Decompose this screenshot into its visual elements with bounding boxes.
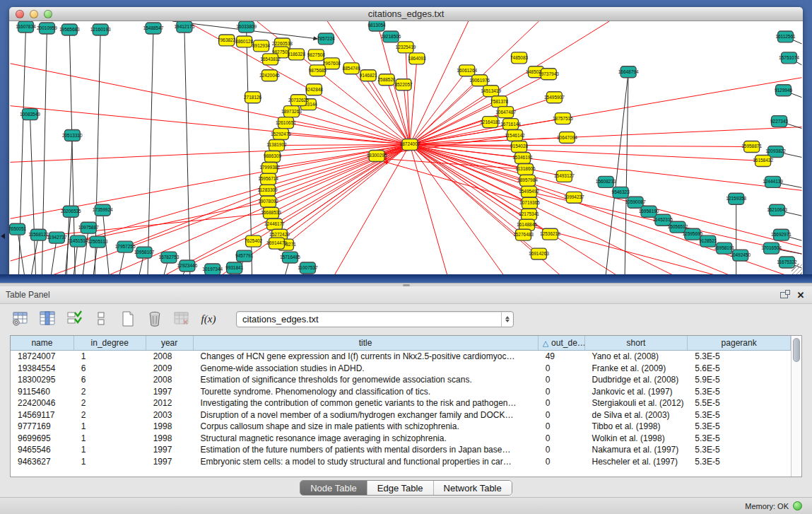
table-row[interactable]: 946554611997Estimation of the future num… (11, 444, 791, 456)
graph-edge[interactable] (66, 136, 72, 275)
graph-node[interactable]: 15495907 (544, 92, 565, 103)
graph-node[interactable]: 15488547 (143, 23, 164, 34)
graph-edge[interactable] (270, 145, 410, 168)
graph-node[interactable]: 11381902 (266, 140, 287, 151)
graph-node[interactable]: 11283309 (257, 185, 278, 196)
graph-edge[interactable] (109, 145, 410, 275)
graph-node[interactable]: 20010959 (37, 23, 57, 34)
graph-edge[interactable] (625, 72, 628, 275)
graph-node[interactable]: 16158432 (753, 155, 773, 166)
graph-node[interactable]: 10994237 (564, 192, 584, 203)
graph-node[interactable]: 8860128 (235, 36, 254, 47)
graph-node[interactable]: 9886309 (264, 151, 282, 162)
graph-node[interactable]: 12610651 (276, 117, 296, 129)
graph-edge[interactable] (275, 145, 410, 225)
graph-node[interactable]: 19412175 (174, 21, 194, 33)
graph-node[interactable]: 15751074 (779, 52, 799, 64)
graph-edge[interactable] (11, 145, 410, 163)
graph-node[interactable]: 15346191 (512, 152, 533, 163)
graph-node[interactable]: 10197344 (202, 264, 223, 275)
graph-edge[interactable] (410, 145, 786, 275)
graph-edge[interactable] (606, 72, 628, 275)
graph-node[interactable]: 15956714 (258, 173, 278, 185)
network-graph[interactable]: 1160783420010959195656831216019315488547… (9, 21, 803, 275)
minimize-button[interactable] (30, 10, 38, 18)
graph-node[interactable]: 9154028 (510, 141, 529, 153)
graph-node[interactable]: 9457791 (235, 250, 254, 262)
graph-node[interactable]: 17999382 (259, 162, 280, 173)
graph-node[interactable]: 10492450 (730, 250, 751, 261)
graph-node[interactable]: 16033809 (236, 21, 257, 33)
table-vertical-scrollbar[interactable] (791, 336, 801, 477)
select-rows-button[interactable] (65, 310, 83, 328)
graph-node[interactable]: 11451514 (68, 235, 88, 247)
graph-node[interactable]: 7485083 (510, 52, 529, 64)
graph-node[interactable]: 20206535 (61, 206, 81, 217)
delete-column-button[interactable] (146, 310, 164, 328)
graph-node[interactable]: 9827508 (307, 49, 326, 61)
graph-node[interactable]: 17359924 (93, 204, 113, 216)
graph-edge[interactable] (184, 27, 190, 275)
graph-node[interactable]: 15716485 (280, 252, 300, 263)
graph-edge[interactable] (30, 115, 35, 275)
table-row[interactable]: 911546021997Tourette syndrome. Phenomeno… (11, 386, 791, 398)
table-row[interactable]: 969969511998Structural magnetic resonanc… (11, 433, 791, 445)
graph-node[interactable]: 8522057 (394, 79, 413, 90)
table-row[interactable]: 1938455462009Genome-wide association stu… (11, 363, 791, 375)
scrollbar-thumb[interactable] (793, 338, 800, 362)
panel-collapse-arrow[interactable] (1, 233, 5, 239)
table-row[interactable]: 1872400712008Changes of HCN gene express… (11, 351, 791, 363)
graph-edge[interactable] (83, 228, 88, 275)
graph-edge[interactable] (410, 145, 447, 275)
column-header-short[interactable]: short (585, 336, 688, 350)
graph-node[interactable]: 8854749 (343, 63, 361, 74)
zoom-button[interactable] (44, 10, 52, 18)
graph-node[interactable]: 18300295 (367, 150, 387, 161)
graph-node[interactable]: 1864093 (408, 53, 426, 64)
table-row[interactable]: 1830029562008Estimation of significance … (11, 374, 791, 386)
graph-edge[interactable] (268, 145, 410, 191)
graph-node[interactable]: 12160193 (90, 24, 111, 35)
graph-node[interactable]: 18724007 (400, 139, 420, 151)
graph-node[interactable]: 16914263 (529, 248, 549, 259)
column-header-title[interactable]: title (194, 336, 539, 350)
graph-node[interactable]: 11942737 (47, 232, 67, 243)
graph-node[interactable]: 8912934 (252, 40, 271, 52)
graph-edge[interactable] (334, 145, 410, 275)
graph-node[interactable]: 12175341 (519, 209, 539, 220)
network-canvas[interactable]: 1160783420010959195656831216019315488547… (9, 21, 803, 275)
graph-node[interactable]: 10719365 (519, 197, 540, 209)
column-header-pagerank[interactable]: pagerank (688, 336, 791, 350)
graph-node[interactable]: 10647094 (557, 132, 577, 144)
graph-node[interactable]: 12923446 (177, 260, 197, 271)
graph-edge[interactable] (410, 71, 467, 145)
graph-node[interactable]: 7581378 (490, 96, 509, 107)
graph-node[interactable]: 11568127 (28, 229, 49, 240)
graph-edge[interactable] (190, 224, 275, 264)
graph-node[interactable]: 16112561 (775, 31, 796, 42)
graph-node[interactable]: 17016504 (761, 243, 782, 254)
graph-node[interactable]: 19737943 (539, 69, 559, 80)
graph-node[interactable]: 10647487 (495, 107, 516, 118)
table-row[interactable]: 977716911998Corpus callosum shape and si… (11, 421, 791, 433)
graph-node[interactable]: 18957984 (517, 175, 538, 186)
graph-node[interactable]: 18757515 (553, 113, 573, 124)
graph-node[interactable]: 19218506 (381, 31, 401, 42)
graph-edge[interactable] (286, 123, 410, 145)
graph-node[interactable]: 12536218 (540, 228, 560, 240)
graph-node[interactable]: 10975887 (78, 222, 99, 233)
graph-node[interactable]: 15958871 (741, 141, 762, 153)
graph-node[interactable]: 16210643 (767, 204, 787, 216)
graph-node[interactable]: 11546142 (505, 130, 525, 141)
graph-node[interactable]: 11318606 (515, 163, 536, 175)
graph-edge[interactable] (148, 28, 153, 275)
graph-node[interactable]: 10958107 (134, 247, 155, 258)
graph-node[interactable]: 9875685 (309, 65, 327, 76)
graph-node[interactable]: 7963822 (218, 35, 236, 46)
tab-node-table[interactable]: Node Table (300, 481, 367, 495)
graph-node[interactable]: 15493127 (554, 170, 575, 182)
table-row[interactable]: 946362711997Embryonic stem cells: a mode… (11, 456, 791, 468)
column-settings-button[interactable] (11, 310, 30, 328)
graph-edge[interactable] (410, 78, 801, 145)
graph-node[interactable]: 19061976 (469, 75, 490, 86)
